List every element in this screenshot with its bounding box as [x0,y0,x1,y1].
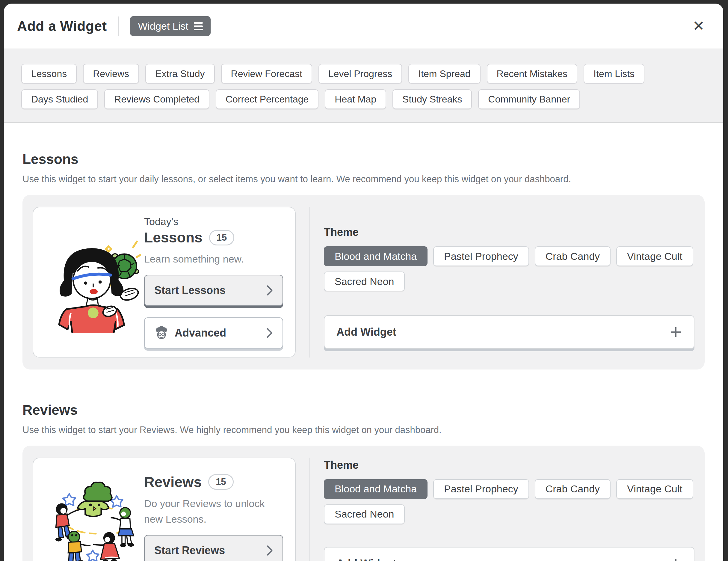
start-reviews-label: Start Reviews [154,544,225,557]
reviews-illustration [45,475,141,561]
widget-chip[interactable]: Heat Map [325,89,386,109]
theme-option[interactable]: Vintage Cult [616,479,693,499]
lessons-count-badge: 15 [209,230,234,245]
add-widget-modal: Add a Widget Widget List ✕ LessonsReview… [4,4,723,561]
theme-option[interactable]: Blood and Matcha [324,246,428,266]
widget-chip-list: LessonsReviewsExtra StudyReview Forecast… [4,49,723,123]
widget-chip[interactable]: Review Forecast [221,64,312,84]
add-lessons-widget-button[interactable]: Add Widget [324,315,694,349]
theme-label: Theme [324,459,694,471]
reviews-card-body: Reviews 15 Do your Reviews to unlock new… [141,472,283,561]
widget-chip[interactable]: Study Streaks [392,89,472,109]
panel-divider [309,207,310,358]
page-title: Add a Widget [17,18,107,34]
advanced-label: Advanced [175,327,226,339]
add-widget-label: Add Widget [336,326,396,338]
dancing-kid-icon [111,507,134,547]
lessons-widget-card: Today's Lessons 15 Learn something new. … [33,207,296,358]
reviews-panel: Reviews 15 Do your Reviews to unlock new… [22,446,705,561]
hamburger-icon [194,22,203,30]
reviews-section-heading: Reviews [22,370,705,418]
theme-label: Theme [324,226,694,238]
theme-option[interactable]: Pastel Prophecy [433,246,529,266]
widget-list-label: Widget List [138,20,188,32]
lessons-card-pretitle: Today's [144,216,283,227]
header-divider [118,16,119,36]
reviews-count-badge: 15 [208,474,233,490]
add-reviews-widget-button[interactable]: Add Widget [324,547,694,561]
reviews-section-description: Use this widget to start your Reviews. W… [22,425,705,436]
lessons-card-subtitle: Learn something new. [144,251,283,267]
lessons-card-body: Today's Lessons 15 Learn something new. … [141,216,283,349]
professor-face-icon [154,326,169,340]
widget-chip[interactable]: Recent Mistakes [487,64,578,84]
widget-chip[interactable]: Level Progress [318,64,402,84]
add-widget-label: Add Widget [336,557,396,561]
widget-chip[interactable]: Item Spread [408,64,480,84]
chevron-right-icon [266,285,273,296]
lessons-section-description: Use this widget to start your daily less… [22,174,705,184]
lessons-panel: Today's Lessons 15 Learn something new. … [22,195,705,370]
advanced-lessons-button[interactable]: Advanced [144,318,283,349]
widget-chip[interactable]: Correct Percentage [216,89,318,109]
chevron-right-icon [266,545,273,556]
lessons-theme-options: Blood and MatchaPastel ProphecyCrab Cand… [324,246,694,291]
lessons-section-heading: Lessons [22,123,705,167]
reviews-widget-card: Reviews 15 Do your Reviews to unlock new… [33,458,296,561]
theme-option[interactable]: Sacred Neon [324,271,405,291]
widget-chip[interactable]: Item Lists [584,64,644,84]
green-creature-icon [78,482,112,516]
start-lessons-button[interactable]: Start Lessons [144,275,283,306]
widget-chip[interactable]: Lessons [21,64,77,84]
modal-header: Add a Widget Widget List ✕ [4,4,723,49]
reviews-card-subtitle: Do your Reviews to unlock new Lessons. [144,496,283,527]
start-reviews-button[interactable]: Start Reviews [144,535,283,561]
reviews-theme-column: Theme Blood and MatchaPastel ProphecyCra… [324,458,694,561]
theme-option[interactable]: Pastel Prophecy [433,479,529,499]
plus-icon [670,326,682,338]
start-lessons-label: Start Lessons [154,284,226,297]
widget-chip[interactable]: Extra Study [145,64,215,84]
theme-option[interactable]: Blood and Matcha [324,479,428,499]
reviews-card-title: Reviews [144,474,202,490]
widget-chip[interactable]: Days Studied [21,89,98,109]
theme-option[interactable]: Crab Candy [535,246,611,266]
theme-option[interactable]: Vintage Cult [616,246,693,266]
widget-chip[interactable]: Reviews [83,64,139,84]
modal-content: Lessons Use this widget to start your da… [4,123,723,561]
lessons-illustration [45,231,141,333]
chevron-right-icon [266,328,273,338]
close-icon[interactable]: ✕ [690,16,707,36]
lessons-section: Lessons Use this widget to start your da… [22,123,705,370]
widget-chip[interactable]: Reviews Completed [104,89,209,109]
plus-icon [670,558,682,561]
reviews-section: Reviews Use this widget to start your Re… [22,370,705,561]
dancing-kid-icon [68,531,90,561]
lessons-card-title: Lessons [144,229,203,246]
widget-chip[interactable]: Community Banner [478,89,580,109]
widget-list-button[interactable]: Widget List [130,16,210,36]
panel-divider [309,458,310,561]
theme-option[interactable]: Sacred Neon [324,504,405,524]
reviews-theme-options: Blood and MatchaPastel ProphecyCrab Cand… [324,479,694,524]
lessons-theme-column: Theme Blood and MatchaPastel ProphecyCra… [324,207,694,358]
theme-option[interactable]: Crab Candy [535,479,611,499]
